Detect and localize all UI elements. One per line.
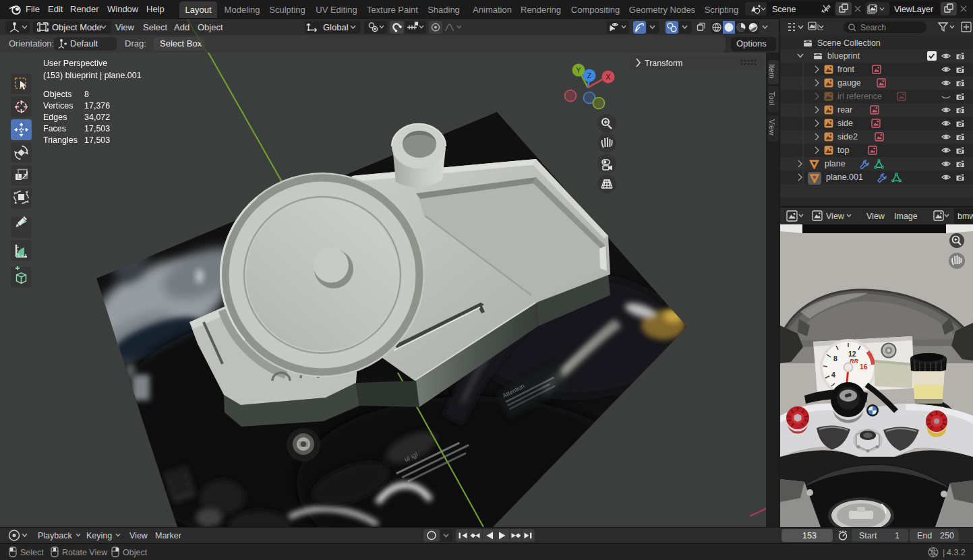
svg-text:side: side: [837, 119, 853, 128]
svg-text:16: 16: [860, 363, 868, 371]
svg-text:17,503: 17,503: [84, 135, 110, 145]
svg-text:Z: Z: [587, 71, 592, 80]
svg-text:Marker: Marker: [155, 531, 181, 540]
svg-text:4: 4: [831, 371, 835, 379]
svg-text:4.3.2: 4.3.2: [947, 548, 966, 557]
svg-text:250: 250: [940, 531, 954, 540]
svg-text:17,503: 17,503: [84, 124, 110, 133]
svg-text:17,376: 17,376: [84, 101, 110, 111]
svg-text:rear: rear: [837, 105, 852, 115]
svg-text:Transform: Transform: [645, 59, 683, 68]
svg-text:side2: side2: [837, 132, 858, 142]
svg-text:Item: Item: [768, 64, 776, 78]
svg-text:gauge: gauge: [837, 78, 861, 88]
svg-text:Tool: Tool: [768, 92, 776, 105]
svg-text:Scene: Scene: [772, 5, 796, 14]
svg-text:Playback: Playback: [38, 531, 72, 540]
svg-text:irl reference: irl reference: [837, 92, 882, 101]
svg-text:front: front: [837, 65, 855, 74]
svg-text:View: View: [768, 119, 776, 135]
svg-text:X: X: [606, 73, 610, 81]
svg-text:Rotate View: Rotate View: [62, 548, 108, 557]
svg-text:12: 12: [848, 350, 856, 358]
svg-text:top: top: [837, 146, 849, 155]
svg-text:1: 1: [895, 531, 900, 540]
svg-text:End: End: [917, 531, 932, 540]
svg-text:Triangles: Triangles: [43, 135, 78, 145]
svg-text:View: View: [129, 531, 148, 540]
svg-text:Faces: Faces: [43, 124, 66, 133]
svg-text:plane.001: plane.001: [826, 173, 863, 182]
svg-text:View: View: [866, 212, 885, 221]
svg-text:Start: Start: [859, 531, 877, 540]
svg-text:User Perspective: User Perspective: [43, 59, 107, 68]
svg-text:Objects: Objects: [43, 90, 71, 99]
svg-text:153: 153: [802, 531, 817, 540]
svg-text:View: View: [826, 212, 845, 221]
svg-text:plane: plane: [825, 159, 846, 168]
svg-text:Edges: Edges: [43, 113, 67, 122]
svg-text:Vertices: Vertices: [43, 101, 73, 111]
svg-text:blueprint: blueprint: [827, 51, 860, 61]
svg-text:8: 8: [833, 354, 837, 363]
svg-text:|: |: [943, 548, 945, 557]
svg-text:ViewLayer: ViewLayer: [894, 5, 933, 14]
svg-text:(153) blueprint | plane.001: (153) blueprint | plane.001: [43, 71, 142, 80]
svg-text:Y: Y: [576, 66, 581, 74]
svg-text:Keying: Keying: [86, 531, 112, 540]
svg-text:Scene Collection: Scene Collection: [817, 38, 881, 48]
svg-text:Select: Select: [20, 548, 44, 557]
svg-text:Search: Search: [860, 23, 886, 32]
svg-text:8: 8: [84, 90, 89, 99]
svg-text:34,072: 34,072: [84, 113, 110, 122]
svg-text:Object: Object: [123, 548, 148, 557]
svg-text:Image: Image: [894, 212, 918, 221]
svg-text:bmw: bmw: [957, 212, 973, 221]
